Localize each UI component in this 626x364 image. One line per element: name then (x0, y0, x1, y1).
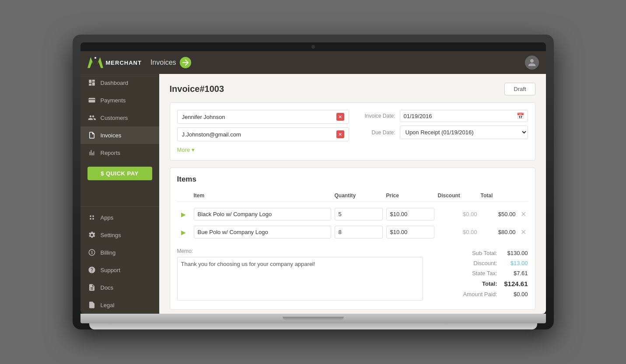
customer-email-field[interactable]: ✕ (177, 127, 349, 141)
row-expand-1[interactable]: ▶ (177, 211, 190, 218)
svg-point-7 (92, 218, 94, 220)
items-table: Item Quantity Price Discount Total ▶ (177, 190, 528, 241)
svg-rect-2 (88, 98, 95, 103)
sub-total-value: $130.00 (497, 250, 528, 256)
state-tax-label: State Tax: (432, 270, 497, 276)
legal-label: Legal (101, 302, 115, 308)
col-remove-header (519, 192, 528, 199)
invoice-date-row: Invoice Date: 📅 (356, 110, 528, 122)
svg-point-6 (90, 218, 91, 220)
memo-area: Memo: Thank you for choosing us for your… (177, 248, 423, 302)
summary-area: Sub Total: $130.00 Discount: $13.00 Stat… (432, 248, 528, 299)
item-name-2[interactable] (194, 226, 331, 238)
settings-label: Settings (101, 232, 121, 238)
items-table-header: Item Quantity Price Discount Total (177, 190, 528, 202)
table-row: ▶ $0.00 $80.00 ✕ (177, 223, 528, 241)
item-name-1[interactable] (194, 208, 331, 220)
apps-label: Apps (101, 214, 114, 221)
billing-icon: $ (87, 248, 96, 257)
dashboard-icon (87, 78, 96, 87)
sidebar-item-apps[interactable]: Apps (80, 209, 159, 226)
memo-textarea[interactable]: Thank you for choosing us for your compa… (177, 257, 423, 301)
amount-paid-row: Amount Paid: $0.00 (432, 289, 528, 299)
sidebar: Dashboard Payments Customers (80, 74, 159, 314)
items-title: Items (177, 175, 528, 184)
invoice-date-label: Invoice Date: (356, 113, 395, 119)
remove-item-1[interactable]: ✕ (519, 210, 528, 218)
state-tax-value: $7.61 (497, 270, 528, 276)
total-label: Total: (432, 280, 497, 287)
customer-email-input[interactable] (182, 131, 333, 138)
logo-area: MERCHANT (87, 56, 142, 69)
reports-label: Reports (101, 150, 121, 156)
payments-icon (87, 96, 96, 105)
state-tax-row: State Tax: $7.61 (432, 268, 528, 278)
total-row: Total: $124.61 (432, 278, 528, 289)
item-quantity-1[interactable] (335, 208, 383, 220)
remove-item-2[interactable]: ✕ (519, 228, 528, 236)
docs-label: Docs (101, 284, 114, 291)
user-avatar[interactable] (525, 56, 539, 70)
item-quantity-2[interactable] (335, 226, 383, 238)
customer-name-input[interactable] (182, 114, 333, 120)
draft-button[interactable]: Draft (504, 83, 535, 95)
table-row: ▶ $0.00 $50.00 ✕ (177, 205, 528, 223)
chevron-down-icon: ▾ (192, 147, 195, 153)
sidebar-item-docs[interactable]: Docs (80, 279, 159, 296)
svg-rect-1 (94, 57, 96, 59)
total-value: $124.61 (497, 280, 528, 287)
due-date-select[interactable]: Upon Receipt (01/19/2016) (400, 126, 528, 139)
invoices-icon (87, 131, 96, 140)
more-link-label: More (177, 147, 190, 153)
sidebar-item-dashboard[interactable]: Dashboard (80, 74, 159, 91)
col-total-header: Total (481, 192, 516, 199)
col-arrow-header (177, 192, 190, 199)
invoice-date-field[interactable]: 📅 (400, 110, 528, 122)
svg-marker-0 (87, 57, 103, 68)
svg-point-5 (92, 215, 94, 217)
sub-total-label: Sub Total: (432, 250, 497, 256)
settings-icon (87, 231, 96, 239)
sidebar-item-billing[interactable]: $ Billing (80, 244, 159, 261)
memo-label: Memo: (177, 248, 423, 254)
sidebar-item-invoices[interactable]: Invoices (80, 126, 159, 144)
reports-icon (87, 148, 96, 157)
svg-text:$: $ (91, 250, 93, 255)
discount-row: Discount: $13.00 (432, 258, 528, 268)
sidebar-item-support[interactable]: Support (80, 261, 159, 279)
customers-icon (87, 113, 96, 122)
clear-name-button[interactable]: ✕ (336, 113, 344, 121)
customer-name-field[interactable]: ✕ (177, 110, 349, 124)
support-icon (87, 266, 96, 274)
sidebar-item-settings[interactable]: Settings (80, 226, 159, 244)
apps-icon (87, 213, 96, 222)
clear-email-button[interactable]: ✕ (336, 130, 344, 138)
sub-total-row: Sub Total: $130.00 (432, 248, 528, 258)
docs-icon (87, 283, 96, 292)
invoice-date-input[interactable] (404, 113, 514, 119)
row-expand-2[interactable]: ▶ (177, 229, 190, 236)
item-price-1[interactable] (386, 208, 434, 220)
sidebar-item-customers[interactable]: Customers (80, 109, 159, 126)
items-section: Items Item Quantity Price Discount Total (170, 168, 535, 310)
quick-action-button[interactable] (180, 57, 191, 68)
item-total-1: $50.00 (481, 211, 516, 217)
item-total-2: $80.00 (481, 229, 516, 235)
due-date-row: Due Date: Upon Receipt (01/19/2016) (356, 126, 528, 139)
sidebar-item-legal[interactable]: Legal (80, 296, 159, 314)
customers-label: Customers (101, 115, 128, 121)
item-price-2[interactable] (386, 226, 434, 238)
dashboard-label: Dashboard (101, 80, 129, 86)
sidebar-item-reports[interactable]: Reports (80, 144, 159, 161)
main-content: Invoice#1003 Draft ✕ (159, 74, 546, 314)
col-price-header: Price (386, 192, 434, 199)
more-link[interactable]: More ▾ (177, 147, 349, 153)
svg-point-4 (90, 215, 91, 217)
bottom-section: Memo: Thank you for choosing us for your… (177, 248, 528, 302)
discount-value: $13.00 (497, 260, 528, 266)
billing-label: Billing (101, 249, 116, 256)
quick-pay-button[interactable]: $ QUICK PAY (87, 167, 152, 180)
sidebar-item-payments[interactable]: Payments (80, 91, 159, 109)
payments-label: Payments (101, 97, 126, 104)
customer-form: ✕ ✕ More ▾ (170, 102, 535, 161)
